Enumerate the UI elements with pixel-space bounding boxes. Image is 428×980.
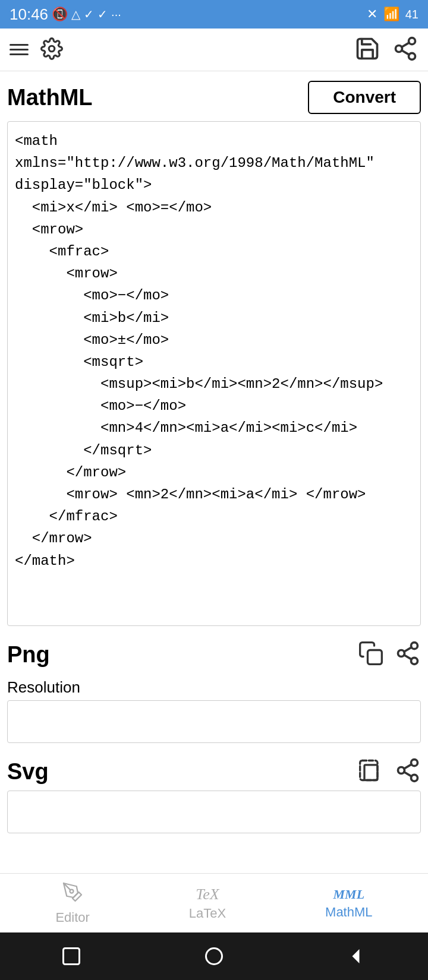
- status-time: 10:46: [10, 5, 48, 24]
- svg-line-10: [404, 655, 412, 659]
- mathml-nav-label: MathML: [325, 905, 372, 920]
- editor-nav-label: Editor: [55, 910, 89, 925]
- svg-line-5: [402, 42, 410, 46]
- notification-icon: △: [71, 7, 80, 21]
- signal-icon: 📵: [52, 7, 68, 22]
- svg-line-17: [404, 772, 412, 776]
- main-content: MathML Convert <math xmlns="http://www.w…: [0, 71, 428, 873]
- toolbar: [0, 29, 428, 71]
- svg-rect-20: [64, 949, 80, 965]
- svg-marker-22: [353, 949, 360, 963]
- latex-nav-icon: TeX: [196, 886, 219, 903]
- png-title: Png: [7, 642, 50, 668]
- svg-point-21: [206, 949, 222, 965]
- png-header: Png: [7, 640, 421, 674]
- svg-line-18: [404, 764, 412, 769]
- svg-copy-button[interactable]: [358, 757, 384, 786]
- nav-item-editor[interactable]: Editor: [55, 881, 89, 925]
- dots-icon: ···: [111, 8, 121, 21]
- battery-icon: 41: [405, 8, 418, 21]
- svg-line-4: [402, 50, 410, 54]
- mathml-code-area[interactable]: <math xmlns="http://www.w3.org/1998/Math…: [7, 121, 421, 626]
- resolution-input[interactable]: [7, 700, 421, 743]
- share-button[interactable]: [392, 36, 418, 64]
- hamburger-menu-icon[interactable]: [10, 44, 29, 55]
- svg-point-0: [49, 46, 55, 52]
- svg-title: Svg: [7, 759, 49, 785]
- mathml-nav-icon: MML: [333, 887, 365, 902]
- status-bar-right: ✕ 📶 41: [367, 7, 418, 22]
- svg-rect-13: [364, 765, 377, 780]
- status-bar: 10:46 📵 △ ✓ ✓ ··· ✕ 📶 41: [0, 0, 428, 29]
- save-button[interactable]: [354, 36, 380, 64]
- convert-button[interactable]: Convert: [308, 81, 421, 114]
- android-square-button[interactable]: [57, 942, 86, 970]
- png-section: Png Re: [7, 640, 421, 743]
- mathml-title: MathML: [7, 85, 93, 110]
- png-copy-button[interactable]: [358, 640, 384, 669]
- android-circle-button[interactable]: [200, 942, 228, 970]
- editor-nav-icon: [62, 881, 83, 908]
- svg-share-button[interactable]: [395, 757, 421, 786]
- mathml-section-header: MathML Convert: [7, 71, 421, 121]
- nav-item-latex[interactable]: TeX LaTeX: [189, 886, 226, 921]
- svg-header: Svg: [7, 757, 421, 791]
- png-share-button[interactable]: [395, 640, 421, 669]
- svg-rect-12: [360, 761, 377, 780]
- wifi-icon: 📶: [383, 7, 399, 22]
- check-icon1: ✓: [84, 7, 94, 21]
- status-bar-left: 10:46 📵 △ ✓ ✓ ···: [10, 5, 121, 24]
- resolution-label: Resolution: [7, 678, 421, 697]
- toolbar-right: [354, 36, 418, 64]
- bottom-nav: Editor TeX LaTeX MML MathML: [0, 873, 428, 932]
- nav-item-mathml[interactable]: MML MathML: [325, 887, 372, 920]
- svg-point-19: [70, 889, 74, 893]
- svg-line-11: [404, 647, 412, 652]
- latex-nav-label: LaTeX: [189, 906, 226, 921]
- android-nav: [0, 932, 428, 980]
- settings-icon[interactable]: [40, 37, 63, 62]
- android-back-button[interactable]: [342, 942, 371, 970]
- svg-input[interactable]: [7, 791, 421, 833]
- svg-section: Svg: [7, 757, 421, 833]
- toolbar-left: [10, 37, 63, 62]
- check-icon2: ✓: [97, 7, 108, 21]
- close-icon: ✕: [367, 7, 377, 22]
- svg-rect-6: [368, 650, 382, 665]
